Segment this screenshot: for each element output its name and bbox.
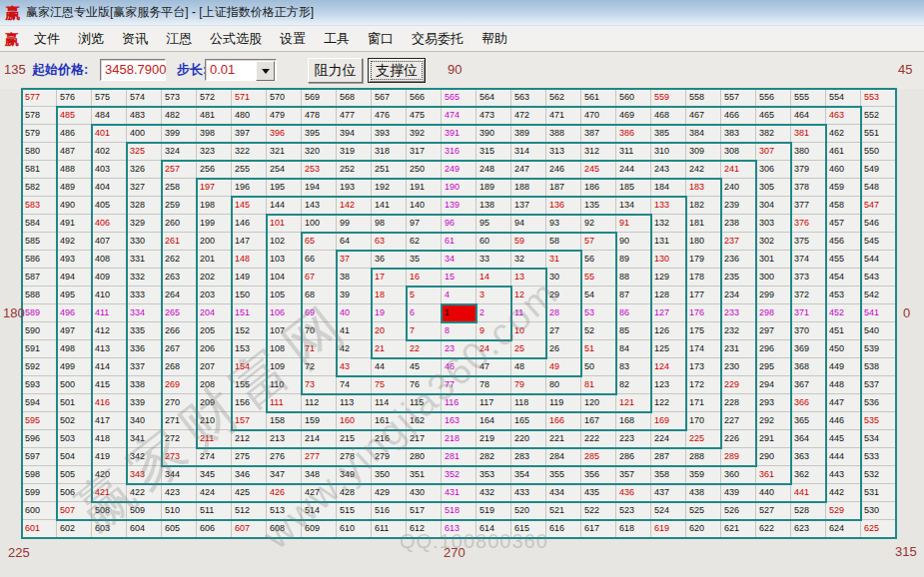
grid-cell[interactable]: 142 — [337, 197, 372, 215]
grid-cell[interactable]: 15 — [442, 269, 476, 287]
grid-cell[interactable]: 460 — [826, 161, 861, 179]
grid-cell[interactable]: 418 — [92, 430, 127, 448]
grid-cell[interactable]: 524 — [651, 502, 686, 520]
grid-cell[interactable]: 54 — [581, 287, 616, 304]
grid-cell[interactable]: 480 — [232, 107, 267, 125]
grid-cell[interactable]: 517 — [407, 502, 442, 520]
grid-cell[interactable]: 136 — [546, 197, 581, 215]
grid-cell[interactable]: 61 — [442, 233, 476, 251]
grid-cell[interactable]: 147 — [232, 233, 267, 251]
grid-cell[interactable]: 204 — [197, 304, 232, 322]
grid-cell[interactable]: 65 — [302, 233, 337, 251]
grid-cell[interactable]: 396 — [267, 125, 302, 143]
grid-cell[interactable]: 222 — [581, 430, 616, 448]
grid-cell[interactable]: 506 — [57, 484, 92, 502]
grid-cell[interactable]: 36 — [372, 251, 407, 269]
grid-cell[interactable]: 21 — [372, 340, 407, 358]
grid-cell[interactable]: 494 — [57, 269, 92, 287]
grid-cell[interactable]: 488 — [57, 161, 92, 179]
grid-cell[interactable]: 139 — [442, 197, 476, 215]
grid-cell[interactable]: 526 — [721, 502, 756, 520]
grid-cell[interactable]: 461 — [826, 143, 861, 161]
grid-cell[interactable]: 400 — [127, 125, 162, 143]
grid-cell[interactable]: 50 — [581, 358, 616, 376]
grid-cell[interactable]: 19 — [372, 304, 407, 322]
grid-cell[interactable]: 130 — [651, 251, 686, 269]
grid-cell[interactable]: 268 — [162, 358, 197, 376]
grid-cell[interactable]: 564 — [476, 89, 511, 107]
grid-cell[interactable]: 373 — [791, 269, 826, 287]
grid-cell[interactable]: 33 — [476, 251, 511, 269]
grid-cell[interactable]: 332 — [127, 269, 162, 287]
grid-cell[interactable]: 177 — [686, 287, 721, 304]
grid-cell[interactable]: 39 — [337, 287, 372, 304]
grid-cell[interactable]: 594 — [22, 394, 57, 412]
grid-cell[interactable]: 585 — [22, 233, 57, 251]
grid-cell[interactable]: 595 — [22, 412, 57, 430]
menu-item[interactable]: 江恩 — [157, 30, 201, 48]
grid-cell[interactable]: 129 — [651, 269, 686, 287]
grid-cell[interactable]: 425 — [232, 484, 267, 502]
grid-cell[interactable]: 212 — [232, 430, 267, 448]
menu-item[interactable]: 公式选股 — [201, 30, 271, 48]
grid-cell[interactable]: 333 — [127, 287, 162, 304]
grid-cell[interactable]: 9 — [476, 322, 511, 340]
grid-cell[interactable]: 229 — [721, 376, 756, 394]
grid-cell[interactable]: 127 — [651, 304, 686, 322]
grid-cell[interactable]: 449 — [826, 358, 861, 376]
grid-cell[interactable]: 365 — [791, 412, 826, 430]
grid-cell[interactable]: 137 — [511, 197, 546, 215]
grid-cell[interactable]: 60 — [476, 233, 511, 251]
grid-cell[interactable]: 621 — [721, 520, 756, 538]
grid-cell[interactable]: 294 — [756, 376, 791, 394]
grid-cell[interactable]: 271 — [162, 412, 197, 430]
grid-cell[interactable]: 125 — [651, 340, 686, 358]
grid-cell[interactable]: 329 — [127, 215, 162, 233]
grid-cell[interactable]: 191 — [407, 179, 442, 197]
menu-item[interactable]: 窗口 — [359, 30, 403, 48]
grid-cell[interactable]: 201 — [197, 251, 232, 269]
grid-cell[interactable]: 320 — [302, 143, 337, 161]
grid-cell[interactable]: 96 — [442, 215, 476, 233]
grid-cell[interactable]: 451 — [826, 322, 861, 340]
grid-cell[interactable]: 414 — [92, 358, 127, 376]
grid-cell[interactable]: 68 — [302, 287, 337, 304]
grid-cell[interactable]: 456 — [826, 233, 861, 251]
grid-cell[interactable]: 511 — [197, 502, 232, 520]
grid-cell[interactable]: 335 — [127, 322, 162, 340]
grid-cell[interactable]: 118 — [511, 394, 546, 412]
grid-cell[interactable]: 484 — [92, 107, 127, 125]
grid-cell[interactable]: 132 — [651, 215, 686, 233]
grid-cell[interactable]: 573 — [162, 89, 197, 107]
grid-cell[interactable]: 117 — [476, 394, 511, 412]
grid-cell[interactable]: 519 — [476, 502, 511, 520]
grid-cell[interactable]: 505 — [57, 466, 92, 484]
grid-cell[interactable]: 444 — [826, 448, 861, 466]
grid-cell[interactable]: 412 — [92, 322, 127, 340]
grid-cell[interactable]: 76 — [407, 376, 442, 394]
grid-cell[interactable]: 10 — [511, 322, 546, 340]
grid-cell[interactable]: 323 — [197, 143, 232, 161]
grid-cell[interactable]: 135 — [581, 197, 616, 215]
grid-cell[interactable]: 168 — [616, 412, 651, 430]
grid-cell[interactable]: 296 — [756, 340, 791, 358]
grid-cell[interactable]: 170 — [686, 412, 721, 430]
grid-cell[interactable]: 236 — [721, 251, 756, 269]
grid-cell[interactable]: 528 — [791, 502, 826, 520]
grid-cell[interactable]: 80 — [546, 376, 581, 394]
grid-cell[interactable]: 389 — [511, 125, 546, 143]
grid-cell[interactable]: 499 — [57, 358, 92, 376]
grid-cell[interactable]: 416 — [92, 394, 127, 412]
grid-cell[interactable]: 71 — [302, 340, 337, 358]
grid-cell[interactable]: 43 — [337, 358, 372, 376]
grid-cell[interactable]: 322 — [232, 143, 267, 161]
grid-cell[interactable]: 403 — [92, 161, 127, 179]
grid-cell[interactable]: 157 — [232, 412, 267, 430]
grid-cell[interactable]: 576 — [57, 89, 92, 107]
grid-cell[interactable]: 75 — [372, 376, 407, 394]
grid-cell[interactable]: 164 — [476, 412, 511, 430]
grid-cell[interactable]: 89 — [616, 251, 651, 269]
grid-cell[interactable]: 348 — [302, 466, 337, 484]
grid-cell[interactable]: 569 — [302, 89, 337, 107]
grid-cell[interactable]: 624 — [826, 520, 861, 538]
